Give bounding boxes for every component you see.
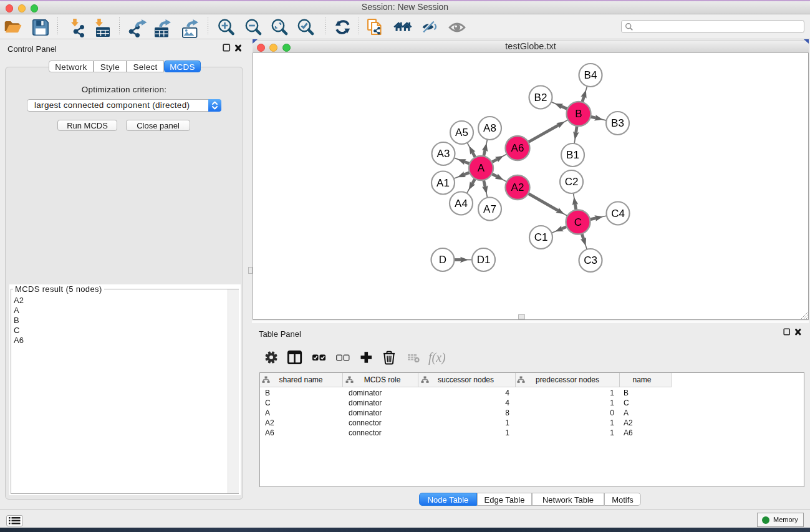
svg-text:A6: A6 [511,142,524,154]
svg-text:D1: D1 [477,254,491,266]
svg-text:A2: A2 [511,181,524,193]
svg-text:C3: C3 [584,254,597,266]
svg-text:A3: A3 [437,148,450,160]
svg-text:B: B [575,108,582,120]
svg-text:A: A [478,162,485,174]
svg-text:A8: A8 [483,122,496,134]
svg-text:f(x): f(x) [428,351,446,365]
svg-text:A7: A7 [483,203,496,215]
svg-text:D: D [439,254,446,266]
svg-text:B3: B3 [611,117,624,129]
svg-text:A1: A1 [436,177,450,189]
svg-text:B1: B1 [566,149,579,161]
svg-text:C4: C4 [611,208,625,220]
svg-text:C: C [574,216,582,228]
svg-text:B2: B2 [534,92,547,104]
svg-text:A4: A4 [455,198,468,210]
svg-text:A5: A5 [455,127,468,138]
svg-text:C1: C1 [534,231,548,243]
svg-text:B4: B4 [584,69,597,81]
svg-text:C2: C2 [565,176,579,188]
